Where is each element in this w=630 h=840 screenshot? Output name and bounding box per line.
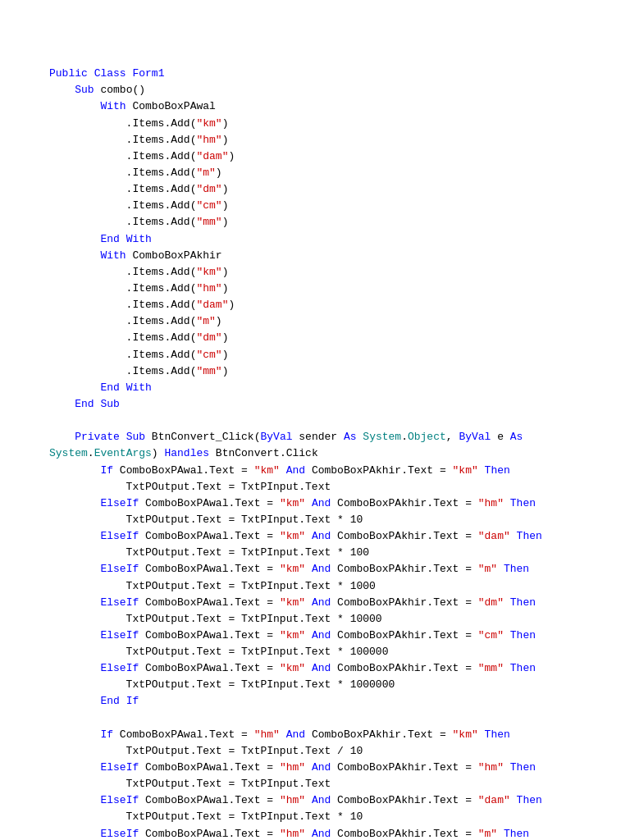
type-system-eventargs: System [49,447,88,459]
keyword-endsub1: End Sub [75,398,120,410]
keyword-public: Public [49,67,88,80]
string-cond-km4: "km" [280,530,305,542]
string-m1: "m" [196,167,215,179]
type-system-object: System [363,431,401,443]
keyword-elseif6: ElseIf [100,662,139,674]
string-cond-hm1: "hm" [478,497,504,509]
string-dam2: "dam" [196,299,228,311]
keyword-endwith1: End With [100,233,151,245]
keyword-and10: And [312,794,331,806]
keyword-byval2: ByVal [459,431,491,443]
string-mm1: "mm" [196,216,221,228]
keyword-then3: Then [517,530,542,542]
string-cond-dam1: "dam" [478,530,510,542]
string-cond-km9: "km" [453,728,478,741]
keyword-then10: Then [517,794,542,806]
string-cond-km5: "km" [280,563,305,575]
keyword-elseif1: ElseIf [100,497,139,509]
string-m2: "m" [196,315,215,327]
string-cond-mm1: "mm" [478,662,504,674]
keyword-and2: And [312,497,331,509]
string-cond-hm5: "hm" [478,761,504,774]
string-cond-dam2: "dam" [478,794,510,806]
string-cm2: "cm" [196,349,221,361]
string-dam1: "dam" [196,150,228,162]
string-cond-hm6: "hm" [280,794,305,806]
classname-form1: Form1 [132,67,164,80]
keyword-then7: Then [510,662,536,674]
keyword-elseif9: ElseIf [100,828,139,840]
type-eventargs: EventArgs [94,447,152,459]
keyword-as2: As [510,431,523,443]
keyword-elseif8: ElseIf [100,794,139,806]
keyword-and3: And [312,530,331,542]
string-hm1: "hm" [196,134,221,146]
keyword-sub2: Sub [126,431,145,443]
string-cond-hm3: "hm" [254,728,280,741]
keyword-then1: Then [485,464,510,477]
keyword-then11: Then [504,828,529,840]
keyword-sub: Sub [75,84,94,96]
keyword-and11: And [312,828,331,840]
keyword-private: Private [75,431,120,443]
string-km1: "km" [196,117,221,130]
string-cond-m1: "m" [478,563,497,575]
string-hm2: "hm" [196,282,221,294]
keyword-elseif4: ElseIf [100,596,139,609]
keyword-elseif7: ElseIf [100,761,139,774]
string-cond-m2: "m" [478,828,497,840]
string-cond-dm1: "dm" [478,596,504,609]
string-km2: "km" [196,266,221,278]
keyword-and9: And [312,761,331,774]
keyword-handles: Handles [164,447,209,459]
keyword-then2: Then [510,497,536,509]
keyword-and8: And [286,728,305,741]
keyword-if1: If [100,464,113,477]
string-mm2: "mm" [196,365,221,377]
keyword-then8: Then [485,728,510,741]
keyword-if2: If [100,728,113,741]
string-cond-km8: "km" [280,662,305,674]
string-cond-km2: "km" [453,464,478,477]
keyword-and6: And [312,629,331,641]
keyword-endwith2: End With [100,381,151,394]
keyword-elseif5: ElseIf [100,629,139,641]
keyword-and1: And [286,464,305,477]
keyword-byval1: ByVal [260,431,292,443]
code-editor: Public Class Form1 Sub combo() With Comb… [49,49,605,840]
string-cond-km7: "km" [280,629,305,641]
string-dm2: "dm" [196,331,221,344]
keyword-then9: Then [510,761,536,774]
keyword-then5: Then [510,596,536,609]
string-dm1: "dm" [196,183,221,195]
keyword-then6: Then [510,629,536,641]
type-object: Object [408,431,446,443]
keyword-as1: As [344,431,357,443]
string-cond-km6: "km" [280,596,305,609]
string-cond-cm1: "cm" [478,629,504,641]
keyword-class: Class [94,67,126,80]
string-cond-hm7: "hm" [280,828,305,840]
keyword-elseif2: ElseIf [100,530,139,542]
keyword-and5: And [312,596,331,609]
keyword-and7: And [312,662,331,674]
string-cond-km1: "km" [254,464,280,477]
string-cm1: "cm" [196,199,221,212]
string-cond-km3: "km" [280,497,305,509]
string-cond-hm4: "hm" [280,761,305,774]
keyword-endif1: End If [100,695,139,707]
keyword-with2: With [100,249,126,262]
keyword-with1: With [100,100,126,112]
keyword-then4: Then [504,563,529,575]
keyword-and4: And [312,563,331,575]
keyword-elseif3: ElseIf [100,563,139,575]
